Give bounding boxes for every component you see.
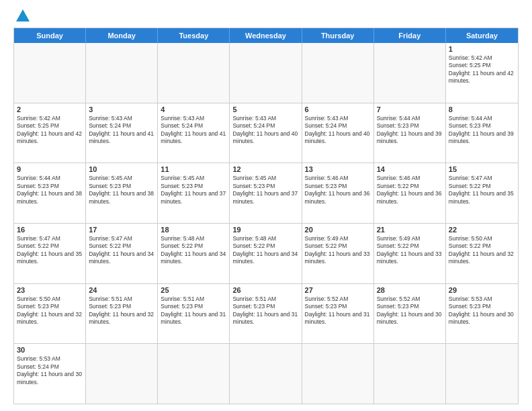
calendar-cell: 10Sunrise: 5:45 AM Sunset: 5:23 PM Dayli… bbox=[86, 163, 158, 223]
day-number: 5 bbox=[232, 105, 298, 113]
cell-info: Sunrise: 5:44 AM Sunset: 5:23 PM Dayligh… bbox=[17, 175, 83, 205]
calendar-cell: 5Sunrise: 5:43 AM Sunset: 5:24 PM Daylig… bbox=[230, 103, 302, 163]
day-number: 26 bbox=[232, 286, 298, 294]
day-number: 4 bbox=[161, 105, 226, 113]
day-number: 19 bbox=[232, 226, 298, 234]
header-day-thursday: Thursday bbox=[302, 28, 374, 43]
header-day-tuesday: Tuesday bbox=[158, 28, 230, 43]
calendar-cell: 24Sunrise: 5:51 AM Sunset: 5:23 PM Dayli… bbox=[86, 284, 158, 344]
calendar-cell: 3Sunrise: 5:43 AM Sunset: 5:24 PM Daylig… bbox=[86, 103, 158, 163]
day-number: 3 bbox=[89, 105, 154, 113]
day-number: 24 bbox=[89, 286, 154, 294]
cell-info: Sunrise: 5:46 AM Sunset: 5:23 PM Dayligh… bbox=[305, 175, 371, 205]
cell-info: Sunrise: 5:49 AM Sunset: 5:22 PM Dayligh… bbox=[377, 235, 443, 266]
calendar-row-4: 23Sunrise: 5:50 AM Sunset: 5:23 PM Dayli… bbox=[14, 283, 518, 344]
calendar-cell: 11Sunrise: 5:45 AM Sunset: 5:23 PM Dayli… bbox=[158, 163, 230, 223]
header-day-friday: Friday bbox=[374, 28, 446, 43]
calendar-cell bbox=[302, 43, 374, 103]
header-day-saturday: Saturday bbox=[446, 28, 518, 43]
cell-info: Sunrise: 5:52 AM Sunset: 5:23 PM Dayligh… bbox=[377, 295, 443, 326]
day-number: 6 bbox=[305, 105, 371, 113]
calendar-cell: 12Sunrise: 5:45 AM Sunset: 5:23 PM Dayli… bbox=[230, 163, 302, 223]
day-number: 16 bbox=[17, 226, 83, 234]
logo bbox=[13, 11, 30, 22]
calendar-cell bbox=[14, 43, 86, 103]
calendar-cell: 6Sunrise: 5:43 AM Sunset: 5:24 PM Daylig… bbox=[302, 103, 374, 163]
page: SundayMondayTuesdayWednesdayThursdayFrid… bbox=[0, 0, 532, 411]
calendar-cell: 30Sunrise: 5:53 AM Sunset: 5:24 PM Dayli… bbox=[14, 344, 86, 404]
calendar-cell bbox=[230, 43, 302, 103]
cell-info: Sunrise: 5:48 AM Sunset: 5:22 PM Dayligh… bbox=[232, 235, 298, 266]
calendar-header: SundayMondayTuesdayWednesdayThursdayFrid… bbox=[14, 28, 518, 43]
cell-info: Sunrise: 5:47 AM Sunset: 5:22 PM Dayligh… bbox=[89, 235, 154, 266]
day-number: 29 bbox=[449, 286, 515, 294]
calendar: SundayMondayTuesdayWednesdayThursdayFrid… bbox=[13, 28, 519, 404]
logo-triangle-icon bbox=[16, 9, 30, 21]
cell-info: Sunrise: 5:53 AM Sunset: 5:24 PM Dayligh… bbox=[17, 355, 83, 386]
cell-info: Sunrise: 5:46 AM Sunset: 5:22 PM Dayligh… bbox=[377, 175, 443, 205]
calendar-cell: 14Sunrise: 5:46 AM Sunset: 5:22 PM Dayli… bbox=[374, 163, 446, 223]
calendar-cell: 22Sunrise: 5:50 AM Sunset: 5:22 PM Dayli… bbox=[446, 224, 518, 283]
calendar-cell: 17Sunrise: 5:47 AM Sunset: 5:22 PM Dayli… bbox=[86, 224, 158, 283]
cell-info: Sunrise: 5:50 AM Sunset: 5:22 PM Dayligh… bbox=[449, 235, 515, 266]
calendar-cell bbox=[302, 344, 374, 404]
calendar-cell bbox=[374, 344, 446, 404]
calendar-row-3: 16Sunrise: 5:47 AM Sunset: 5:22 PM Dayli… bbox=[14, 223, 518, 283]
logo-text bbox=[13, 11, 30, 21]
day-number: 14 bbox=[377, 165, 443, 173]
cell-info: Sunrise: 5:45 AM Sunset: 5:23 PM Dayligh… bbox=[232, 175, 298, 205]
cell-info: Sunrise: 5:51 AM Sunset: 5:23 PM Dayligh… bbox=[232, 295, 298, 326]
calendar-cell: 16Sunrise: 5:47 AM Sunset: 5:22 PM Dayli… bbox=[14, 224, 86, 283]
calendar-cell: 15Sunrise: 5:47 AM Sunset: 5:22 PM Dayli… bbox=[446, 163, 518, 223]
cell-info: Sunrise: 5:47 AM Sunset: 5:22 PM Dayligh… bbox=[449, 175, 515, 205]
calendar-cell: 19Sunrise: 5:48 AM Sunset: 5:22 PM Dayli… bbox=[230, 224, 302, 283]
calendar-cell: 29Sunrise: 5:53 AM Sunset: 5:23 PM Dayli… bbox=[446, 284, 518, 344]
day-number: 17 bbox=[89, 226, 154, 234]
cell-info: Sunrise: 5:44 AM Sunset: 5:23 PM Dayligh… bbox=[449, 115, 515, 146]
cell-info: Sunrise: 5:44 AM Sunset: 5:23 PM Dayligh… bbox=[377, 115, 443, 146]
cell-info: Sunrise: 5:53 AM Sunset: 5:23 PM Dayligh… bbox=[449, 295, 515, 326]
cell-info: Sunrise: 5:50 AM Sunset: 5:23 PM Dayligh… bbox=[17, 295, 83, 326]
day-number: 21 bbox=[377, 226, 443, 234]
day-number: 9 bbox=[17, 165, 83, 173]
cell-info: Sunrise: 5:45 AM Sunset: 5:23 PM Dayligh… bbox=[161, 175, 226, 205]
cell-info: Sunrise: 5:43 AM Sunset: 5:24 PM Dayligh… bbox=[161, 115, 226, 146]
day-number: 11 bbox=[161, 165, 226, 173]
cell-info: Sunrise: 5:47 AM Sunset: 5:22 PM Dayligh… bbox=[17, 235, 83, 266]
calendar-cell bbox=[230, 344, 302, 404]
calendar-cell: 13Sunrise: 5:46 AM Sunset: 5:23 PM Dayli… bbox=[302, 163, 374, 223]
header-day-sunday: Sunday bbox=[14, 28, 86, 43]
cell-info: Sunrise: 5:42 AM Sunset: 5:25 PM Dayligh… bbox=[17, 115, 83, 146]
calendar-cell: 9Sunrise: 5:44 AM Sunset: 5:23 PM Daylig… bbox=[14, 163, 86, 223]
calendar-row-5: 30Sunrise: 5:53 AM Sunset: 5:24 PM Dayli… bbox=[14, 343, 518, 404]
day-number: 2 bbox=[17, 105, 83, 113]
header-day-monday: Monday bbox=[86, 28, 158, 43]
day-number: 20 bbox=[305, 226, 371, 234]
day-number: 27 bbox=[305, 286, 371, 294]
calendar-cell: 23Sunrise: 5:50 AM Sunset: 5:23 PM Dayli… bbox=[14, 284, 86, 344]
calendar-cell: 7Sunrise: 5:44 AM Sunset: 5:23 PM Daylig… bbox=[374, 103, 446, 163]
day-number: 8 bbox=[449, 105, 515, 113]
calendar-row-2: 9Sunrise: 5:44 AM Sunset: 5:23 PM Daylig… bbox=[14, 163, 518, 223]
cell-info: Sunrise: 5:51 AM Sunset: 5:23 PM Dayligh… bbox=[89, 295, 154, 326]
calendar-cell: 1Sunrise: 5:42 AM Sunset: 5:25 PM Daylig… bbox=[446, 43, 518, 103]
calendar-row-1: 2Sunrise: 5:42 AM Sunset: 5:25 PM Daylig… bbox=[14, 103, 518, 163]
day-number: 12 bbox=[232, 165, 298, 173]
day-number: 22 bbox=[449, 226, 515, 234]
cell-info: Sunrise: 5:48 AM Sunset: 5:22 PM Dayligh… bbox=[161, 235, 226, 266]
day-number: 1 bbox=[449, 45, 515, 53]
calendar-row-0: 1Sunrise: 5:42 AM Sunset: 5:25 PM Daylig… bbox=[14, 43, 518, 103]
calendar-cell: 4Sunrise: 5:43 AM Sunset: 5:24 PM Daylig… bbox=[158, 103, 230, 163]
calendar-cell: 8Sunrise: 5:44 AM Sunset: 5:23 PM Daylig… bbox=[446, 103, 518, 163]
calendar-cell: 21Sunrise: 5:49 AM Sunset: 5:22 PM Dayli… bbox=[374, 224, 446, 283]
calendar-cell bbox=[86, 43, 158, 103]
cell-info: Sunrise: 5:43 AM Sunset: 5:24 PM Dayligh… bbox=[232, 115, 298, 146]
calendar-cell: 25Sunrise: 5:51 AM Sunset: 5:23 PM Dayli… bbox=[158, 284, 230, 344]
calendar-cell bbox=[86, 344, 158, 404]
calendar-cell: 20Sunrise: 5:49 AM Sunset: 5:22 PM Dayli… bbox=[302, 224, 374, 283]
calendar-cell: 28Sunrise: 5:52 AM Sunset: 5:23 PM Dayli… bbox=[374, 284, 446, 344]
cell-info: Sunrise: 5:42 AM Sunset: 5:25 PM Dayligh… bbox=[449, 54, 515, 85]
cell-info: Sunrise: 5:51 AM Sunset: 5:23 PM Dayligh… bbox=[161, 295, 226, 326]
header bbox=[13, 11, 519, 22]
day-number: 10 bbox=[89, 165, 154, 173]
